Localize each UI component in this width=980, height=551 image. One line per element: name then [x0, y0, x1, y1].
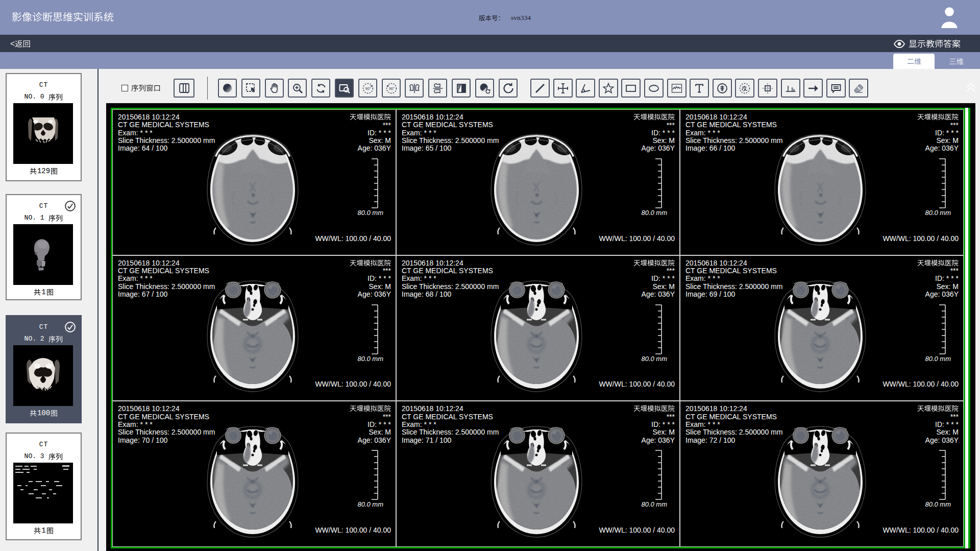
svg-text:90°: 90°	[365, 86, 371, 91]
svg-text:90°: 90°	[388, 86, 394, 91]
